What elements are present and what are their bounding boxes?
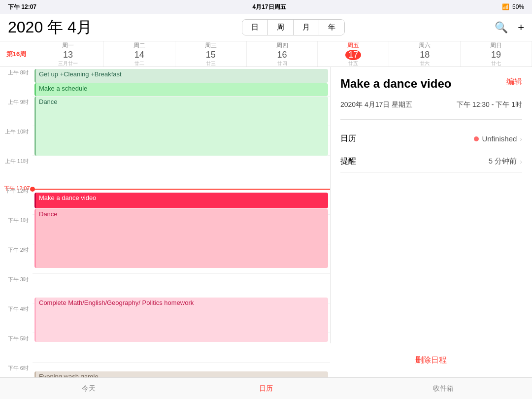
time-label-9am: 上午 9时 [0,97,33,126]
time-label-4pm: 下午 4时 [0,303,33,333]
tab-day[interactable]: 日 [242,20,268,35]
event-dance-pm[interactable]: Dance [34,209,328,268]
battery-label: 50% [512,3,524,10]
status-time: 下午 12:07 [8,3,36,11]
status-bar: 下午 12:07 4月17日周五 📶 50% [0,0,532,14]
header-actions: 🔍 + [495,21,524,34]
time-label-2pm: 下午 2时 [0,244,33,274]
day-header-row: 第16周 周一 13 三月廿一 周二 14 廿二 周三 15 廿三 周四 16 … [0,41,532,67]
day-col-fri[interactable]: 周五 17 廿五 [318,41,389,66]
status-date: 4月17日周五 [252,3,286,11]
time-label-1pm: 下午 1时 [0,215,33,244]
header: 2020 年 4月 日 周 月 年 🔍 + [0,14,532,41]
time-label-5pm: 下午 5时 [0,333,33,363]
current-time-line: 下午 12:07 [33,189,330,190]
tab-bar: 今天 日历 收件箱 [0,377,532,399]
add-icon[interactable]: + [518,21,524,34]
tab-year[interactable]: 年 [319,20,344,35]
calendar-scroll[interactable]: 上午 8时 上午 9时 上午 10时 上午 11时 下午 12时 下午 1时 下… [0,67,330,377]
calendar-chevron-icon: › [520,135,522,143]
detail-title: Make a dance video [340,77,451,91]
month-title: 2020 年 4月 [8,17,92,38]
day-grid-cols: 下午 12:07 Get up +Cleaning +Breakfast Mak… [33,67,330,377]
reminder-field-label: 提醒 [340,156,356,166]
detail-panel-wrapper: Make a dance video 编辑 2020年 4月17日 星期五 下午… [330,67,532,377]
status-right: 📶 50% [502,3,524,10]
tab-month[interactable]: 月 [294,20,319,35]
tab-inbox[interactable]: 收件箱 [355,384,532,393]
detail-date: 2020年 4月17日 星期五 [340,100,412,109]
day-col-thu[interactable]: 周四 16 廿四 [247,41,318,66]
time-label-11am: 上午 11时 [0,156,33,185]
detail-time: 下午 12:30 - 下午 1时 [457,100,522,109]
day-columns-header: 周一 13 三月廿一 周二 14 廿二 周三 15 廿三 周四 16 廿四 周五… [33,41,532,66]
reminder-chevron-icon: › [520,158,522,166]
edit-button[interactable]: 编辑 [506,77,522,87]
event-homework[interactable]: Complete Math/English/Geography/ Politic… [34,298,328,342]
current-time-label: 下午 12:07 [4,185,30,192]
current-time-dot [30,187,35,192]
time-labels: 上午 8时 上午 9时 上午 10时 上午 11时 下午 12时 下午 1时 下… [0,67,33,377]
main-area: 上午 8时 上午 9时 上午 10时 上午 11时 下午 12时 下午 1时 下… [0,67,532,377]
search-icon[interactable]: 🔍 [495,21,508,34]
week-number: 第16周 [6,50,26,59]
tab-week[interactable]: 周 [268,20,294,35]
event-dance-am[interactable]: Dance [34,97,328,156]
delete-button[interactable]: 删除日程 [330,343,532,377]
time-label-6pm: 下午 6时 [0,363,33,377]
reminder-value-text: 5 分钟前 [489,157,517,166]
detail-date-row: 2020年 4月17日 星期五 下午 12:30 - 下午 1时 [340,100,522,109]
event-make-dance-video[interactable]: Make a dance video [34,193,328,208]
day-col-wed[interactable]: 周三 15 廿三 [175,41,247,66]
calendar-field-value: Unfinished › [474,134,522,143]
day-col-mon[interactable]: 周一 13 三月廿一 [33,41,104,66]
event-get-up[interactable]: Get up +Cleaning +Breakfast [34,69,328,83]
wifi-icon: 📶 [502,3,509,10]
calendar-value-text: Unfinished [482,134,517,143]
event-evening-wash[interactable]: Evening wash gargle [34,371,328,377]
time-label-10am: 上午 10时 [0,126,33,156]
calendar-dot [474,136,479,141]
day-col-sun[interactable]: 周日 19 廿七 [461,41,532,66]
day-col-sat[interactable]: 周六 18 廿六 [389,41,461,66]
event-make-schedule[interactable]: Make a schedule [34,83,328,96]
detail-calendar-field[interactable]: 日历 Unfinished › [340,128,522,150]
time-label-8am: 上午 8时 [0,67,33,97]
calendar-field-label: 日历 [340,133,356,144]
reminder-field-value: 5 分钟前 › [489,157,522,166]
time-grid: 上午 8时 上午 9时 上午 10时 上午 11时 下午 12时 下午 1时 下… [0,67,330,377]
tab-calendar[interactable]: 日历 [177,384,355,393]
day-col-tue[interactable]: 周二 14 廿二 [104,41,175,66]
time-label-3pm: 下午 3时 [0,274,33,303]
view-tabs: 日 周 月 年 [242,19,345,35]
detail-panel: Make a dance video 编辑 2020年 4月17日 星期五 下午… [330,67,532,343]
hour-row-11 [33,156,330,185]
detail-reminder-field[interactable]: 提醒 5 分钟前 › [340,150,522,173]
tab-today[interactable]: 今天 [0,384,177,393]
detail-header: Make a dance video 编辑 [340,77,522,93]
detail-separator [340,119,522,120]
